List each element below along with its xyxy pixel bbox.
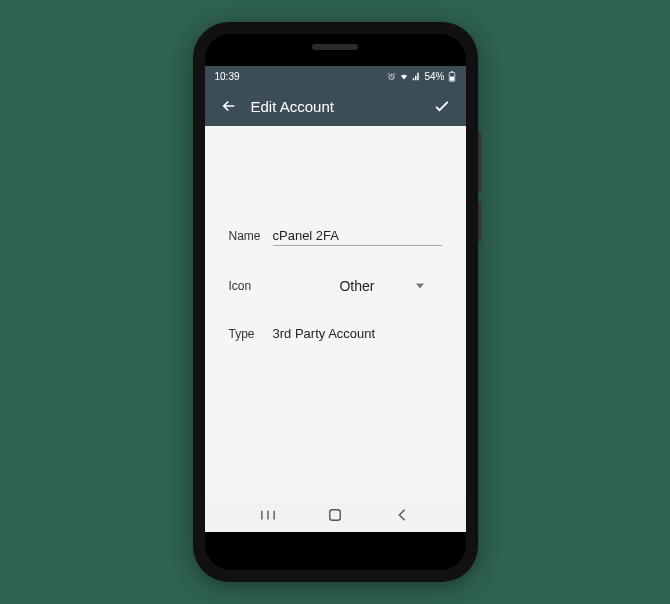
nav-back-button[interactable]	[382, 500, 422, 530]
letterbox-top	[205, 34, 466, 66]
status-bar: 10:39 54%	[205, 66, 466, 86]
type-label: Type	[229, 327, 273, 341]
recents-icon	[261, 509, 275, 521]
caret-down-icon	[416, 283, 424, 289]
icon-row: Icon Other	[229, 278, 442, 294]
phone-frame: 10:39 54% Edit Account Name	[193, 22, 478, 582]
power-button	[478, 202, 481, 242]
svg-rect-3	[449, 76, 453, 80]
letterbox-bottom	[205, 532, 466, 570]
page-title: Edit Account	[251, 98, 428, 115]
volume-button	[478, 132, 481, 192]
name-label: Name	[229, 229, 273, 243]
back-button[interactable]	[215, 92, 243, 120]
nav-recents-button[interactable]	[248, 500, 288, 530]
screen: 10:39 54% Edit Account Name	[205, 34, 466, 570]
name-row: Name	[229, 226, 442, 246]
home-icon	[328, 508, 342, 522]
battery-pct: 54%	[424, 71, 444, 82]
arrow-left-icon	[220, 97, 238, 115]
svg-rect-4	[330, 510, 341, 521]
nav-bar	[205, 498, 466, 532]
status-right: 54%	[387, 71, 455, 82]
type-row: Type 3rd Party Account	[229, 326, 442, 341]
icon-dropdown-value: Other	[339, 278, 374, 294]
wifi-icon	[399, 72, 409, 81]
check-icon	[432, 96, 452, 116]
content-area: Name Icon Other Type 3rd Party Account	[205, 126, 466, 498]
signal-icon	[412, 72, 421, 81]
status-time: 10:39	[215, 71, 240, 82]
alarm-icon	[387, 72, 396, 81]
battery-icon	[448, 71, 456, 82]
confirm-button[interactable]	[428, 92, 456, 120]
name-input[interactable]	[273, 226, 442, 246]
nav-home-button[interactable]	[315, 500, 355, 530]
icon-label: Icon	[229, 279, 273, 293]
icon-dropdown[interactable]: Other	[273, 278, 442, 294]
type-value: 3rd Party Account	[273, 326, 442, 341]
app-bar: Edit Account	[205, 86, 466, 126]
chevron-left-icon	[397, 508, 407, 522]
svg-rect-2	[450, 71, 452, 72]
